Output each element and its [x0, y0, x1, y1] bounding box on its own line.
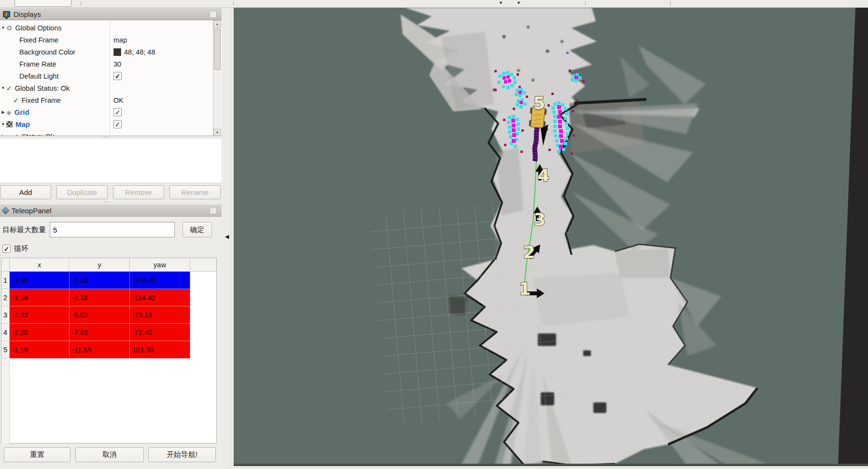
- reset-button[interactable]: 重置: [4, 447, 70, 462]
- cell-x[interactable]: -2.33: [10, 306, 70, 324]
- horizontal-splitter[interactable]: ······: [0, 136, 222, 139]
- displays-button-row: Add Duplicate Remove Rename: [0, 183, 222, 201]
- fixed-frame-value[interactable]: map: [113, 34, 127, 46]
- tree-row-global-options[interactable]: ▼ ⚙ Global Options: [0, 22, 222, 34]
- waypoint-label-2: 2: [523, 242, 535, 262]
- cell-y[interactable]: -3.18: [70, 289, 130, 306]
- waypoint-label-5: 5: [533, 93, 545, 113]
- map-icon: [6, 121, 13, 127]
- cell-yaw[interactable]: -114.42: [130, 289, 190, 306]
- color-swatch-text: 48; 48; 48: [124, 48, 155, 56]
- tree-row-default-light[interactable]: Default Light ✓: [0, 70, 222, 82]
- loop-checkbox[interactable]: ✓: [2, 245, 11, 253]
- tree-label: Map: [15, 120, 30, 128]
- left-panel-column: Displays ▼ ⚙ Global Options Fixed Frame …: [0, 8, 222, 469]
- tree-scrollbar[interactable]: ▲ ▼: [213, 20, 221, 136]
- waypoint-label-4: 4: [537, 166, 549, 185]
- scroll-up-icon[interactable]: ▲: [213, 20, 221, 28]
- panel-collapse-icon[interactable]: ◀: [225, 234, 229, 240]
- table-row[interactable]: 3 -2.33 -5.02 -79.18: [1, 306, 216, 324]
- cell-x[interactable]: -2.20: [10, 324, 70, 341]
- max-goal-label: 目标最大数量: [2, 225, 46, 234]
- expander-open-icon[interactable]: ▼: [0, 122, 6, 126]
- rename-display-button[interactable]: Rename: [169, 185, 221, 199]
- toolbar-separator: [233, 1, 234, 5]
- table-row[interactable]: 2 -1.94 -3.18 -114.42: [1, 289, 216, 306]
- max-goal-input[interactable]: [50, 222, 175, 237]
- row-header[interactable]: 1: [1, 272, 10, 289]
- displays-panel-title: Displays: [14, 10, 41, 18]
- table-row[interactable]: 4 -2.20 -7.62 -72.40: [1, 324, 216, 341]
- chevron-down-icon[interactable]: ▼: [517, 0, 521, 5]
- frame-rate-value[interactable]: 30: [113, 58, 121, 70]
- displays-panel-header[interactable]: Displays: [0, 8, 222, 20]
- row-header[interactable]: 4: [1, 324, 10, 341]
- tree-row-global-status[interactable]: ▼ ✓ Global Status: Ok: [0, 82, 222, 94]
- background-color-value[interactable]: 48; 48; 48: [113, 46, 155, 58]
- scroll-down-icon[interactable]: ▼: [213, 129, 221, 136]
- cell-y[interactable]: -7.62: [70, 324, 130, 341]
- cell-y[interactable]: -11.55: [70, 341, 130, 359]
- add-display-button[interactable]: Add: [0, 185, 51, 199]
- panel-float-button[interactable]: [210, 207, 217, 214]
- row-header[interactable]: 2: [1, 289, 10, 306]
- row-header[interactable]: 3: [1, 306, 10, 324]
- cell-x[interactable]: -1.59: [10, 341, 70, 359]
- rviz-3d-view[interactable]: 5 4 3 2 1: [234, 8, 868, 466]
- expander-closed-icon[interactable]: ▶: [0, 110, 6, 114]
- cell-yaw[interactable]: -72.40: [130, 324, 190, 341]
- tree-row-frame-rate[interactable]: Frame Rate 30: [0, 58, 222, 70]
- cell-y[interactable]: -1.23: [70, 272, 130, 289]
- column-header-y[interactable]: y: [70, 258, 130, 271]
- cell-y[interactable]: -5.02: [70, 306, 130, 324]
- teleop-panel-body: 目标最大数量 确定 ✓ 循环 x y yaw 1 -1.98 -1.23 -17…: [0, 217, 222, 469]
- remove-display-button[interactable]: Remove: [113, 185, 164, 199]
- map-enabled-checkbox[interactable]: ✓: [113, 120, 122, 128]
- default-light-checkbox[interactable]: ✓: [113, 72, 122, 80]
- row-header[interactable]: 5: [1, 341, 10, 359]
- tree-row-fixed-frame[interactable]: Fixed Frame map: [0, 34, 222, 46]
- waypoint-label-1: 1: [518, 279, 531, 299]
- status-ok-icon: ✓: [13, 133, 19, 137]
- expander-open-icon[interactable]: ▼: [0, 26, 6, 30]
- row-header-gutter: [1, 359, 10, 443]
- cell-yaw[interactable]: 101.33: [130, 341, 190, 359]
- cell-yaw[interactable]: -170.43: [130, 272, 190, 289]
- tree-row-map[interactable]: ▼ Map ✓: [0, 118, 222, 130]
- loop-checkbox-label: 循环: [14, 244, 28, 253]
- gear-icon: ⚙: [6, 24, 13, 32]
- tree-row-status-fixed-frame[interactable]: ✓ Fixed Frame OK: [0, 94, 222, 106]
- scrollbar-thumb[interactable]: [214, 28, 221, 70]
- panel-splitter-line[interactable]: [231, 8, 231, 466]
- panel-float-button[interactable]: [210, 11, 217, 18]
- column-header-yaw[interactable]: yaw: [130, 258, 190, 271]
- confirm-button[interactable]: 确定: [182, 222, 212, 237]
- chevron-down-icon[interactable]: ▼: [499, 0, 503, 5]
- grid-icon: ◈: [6, 109, 12, 116]
- waypoint-label-3: 3: [533, 209, 546, 229]
- table-row[interactable]: 1 -1.98 -1.23 -170.43: [1, 272, 216, 289]
- toolbar-partial-button[interactable]: [14, 0, 71, 7]
- tree-row-grid[interactable]: ▶ ◈ Grid ✓: [0, 106, 222, 118]
- duplicate-display-button[interactable]: Duplicate: [56, 185, 108, 199]
- teleop-panel-title: TeleopPanel: [12, 207, 52, 215]
- column-header-x[interactable]: x: [10, 258, 70, 271]
- corner-header-cell: [1, 258, 10, 271]
- grid-enabled-checkbox[interactable]: ✓: [113, 108, 122, 116]
- displays-detail-area: [0, 139, 222, 183]
- start-navigation-button[interactable]: 开始导航!: [148, 447, 216, 462]
- robot-pose-trail: [535, 126, 537, 161]
- checkmark-icon: ✓: [115, 121, 121, 128]
- cell-yaw[interactable]: -79.18: [130, 306, 190, 324]
- cell-x[interactable]: -1.94: [10, 289, 70, 306]
- expander-open-icon[interactable]: ▼: [0, 86, 6, 90]
- waypoint-table: x y yaw 1 -1.98 -1.23 -170.43 2 -1.94 -3…: [1, 258, 217, 443]
- tree-row-background-color[interactable]: Background Color 48; 48; 48: [0, 46, 222, 58]
- cancel-button[interactable]: 取消: [75, 447, 144, 462]
- cell-x[interactable]: -1.98: [10, 272, 70, 289]
- checkmark-icon: ✓: [4, 246, 10, 252]
- tree-row-map-status-clipped[interactable]: ▶ ✓ Status: Ok: [0, 130, 222, 136]
- table-row[interactable]: 5 -1.59 -11.55 101.33: [1, 341, 216, 359]
- tree-label: Grid: [14, 108, 29, 116]
- teleop-panel-header[interactable]: TeleopPanel: [0, 204, 222, 217]
